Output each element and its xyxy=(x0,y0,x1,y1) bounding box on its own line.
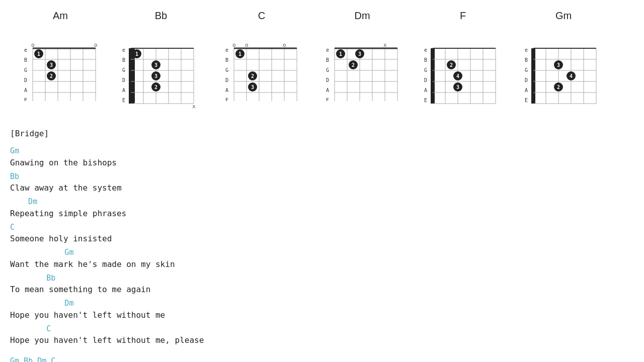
chord-dm-1: Dm xyxy=(10,196,634,208)
lyric-block-5: Gm Want the mark he's made on my skin xyxy=(10,247,634,270)
svg-text:e: e xyxy=(122,47,125,53)
svg-text:3: 3 xyxy=(456,84,459,90)
chord-dm: Dm e B G D A E xyxy=(312,10,413,109)
lyric-block-1: Gm Gnawing on the bishops xyxy=(10,145,634,169)
svg-text:D: D xyxy=(525,77,528,83)
section-label: [Bridge] xyxy=(10,129,634,138)
svg-text:A: A xyxy=(24,87,27,93)
svg-text:3: 3 xyxy=(557,62,560,68)
chord-gm-2: Gm xyxy=(10,247,634,258)
chord-bb-diagram: e B G D A E xyxy=(118,26,204,109)
svg-text:G: G xyxy=(424,67,427,73)
svg-text:B: B xyxy=(424,57,427,63)
chord-c-1: C xyxy=(10,222,634,233)
chord-c: C e B G D A E xyxy=(211,10,312,109)
svg-text:3: 3 xyxy=(50,62,53,68)
svg-text:e: e xyxy=(24,47,27,53)
chord-c-diagram: e B G D A E o xyxy=(221,26,302,101)
svg-text:A: A xyxy=(122,87,125,93)
svg-text:B: B xyxy=(24,57,27,63)
chord-f-diagram: e B G D A E xyxy=(420,26,506,109)
chord-c-name: C xyxy=(258,10,265,22)
svg-text:2: 2 xyxy=(450,62,453,68)
lyric-hope2: Hope you haven't left without me, please xyxy=(10,334,634,346)
svg-text:D: D xyxy=(24,77,27,83)
svg-text:G: G xyxy=(525,67,528,73)
svg-text:o: o xyxy=(283,42,286,48)
svg-text:3 fr: 3 fr xyxy=(536,108,550,109)
svg-text:A: A xyxy=(424,87,427,93)
svg-text:2: 2 xyxy=(50,73,53,79)
svg-text:1: 1 xyxy=(37,51,40,57)
svg-text:G: G xyxy=(225,67,228,73)
svg-text:3: 3 xyxy=(154,73,157,79)
chord-am: Am e B G D A E xyxy=(10,10,111,109)
svg-text:o: o xyxy=(94,42,98,48)
svg-text:2: 2 xyxy=(352,62,355,68)
lyric-block-2: Bb Claw away at the system xyxy=(10,171,634,195)
svg-text:G: G xyxy=(24,67,27,73)
svg-text:1 fr: 1 fr xyxy=(435,108,450,109)
svg-text:e: e xyxy=(424,47,427,53)
svg-text:o: o xyxy=(31,42,35,48)
svg-text:G: G xyxy=(122,67,125,73)
svg-text:D: D xyxy=(424,77,427,83)
svg-text:1 fr: 1 fr xyxy=(133,108,148,109)
svg-text:A: A xyxy=(225,87,228,93)
svg-text:3: 3 xyxy=(358,51,361,57)
svg-text:3: 3 xyxy=(154,62,157,68)
main-container: Am e B G D A E xyxy=(10,5,634,362)
chord-gm: Gm e B G D A E xyxy=(513,10,614,109)
svg-text:e: e xyxy=(225,47,228,53)
chord-c-2: C xyxy=(10,323,634,335)
svg-text:1: 1 xyxy=(339,51,342,57)
svg-text:4: 4 xyxy=(456,73,459,79)
chord-am-name: Am xyxy=(53,10,68,22)
lyric-someone: Someone holy insisted xyxy=(10,233,634,245)
chord-f-name: F xyxy=(460,10,466,22)
lyric-want: Want the mark he's made on my skin xyxy=(10,258,634,270)
svg-text:B: B xyxy=(225,57,228,63)
svg-text:x: x xyxy=(192,103,196,109)
lyric-gnawing: Gnawing on the bishops xyxy=(10,157,634,169)
chord-gm-name: Gm xyxy=(555,10,572,22)
bottom-chords: Gm Bb Dm C xyxy=(10,356,634,362)
svg-text:E: E xyxy=(122,98,125,103)
lyric-hope1: Hope you haven't left without me xyxy=(10,309,634,321)
chord-diagrams-row: Am e B G D A E xyxy=(10,5,634,109)
chord-gm-diagram: e B G D A E xyxy=(521,26,606,109)
svg-text:B: B xyxy=(326,57,329,63)
chord-dm-diagram: e B G D A E x xyxy=(322,26,403,101)
lyric-repeating: Repeating simple phrases xyxy=(10,208,634,220)
svg-text:E: E xyxy=(424,98,427,103)
svg-text:E: E xyxy=(326,98,329,101)
svg-text:e: e xyxy=(326,47,329,53)
svg-text:E: E xyxy=(24,98,27,101)
lyric-tomean: To mean something to me again xyxy=(10,284,634,296)
lyric-block-4: C Someone holy insisted xyxy=(10,222,634,245)
lyric-block-8: C Hope you haven't left without me, plea… xyxy=(10,323,634,347)
svg-text:1: 1 xyxy=(135,51,138,57)
lyric-claw: Claw away at the system xyxy=(10,182,634,194)
svg-text:G: G xyxy=(326,67,329,73)
svg-text:D: D xyxy=(225,77,228,83)
svg-text:1: 1 xyxy=(238,51,242,57)
lyric-block-7: Dm Hope you haven't left without me xyxy=(10,298,634,321)
svg-text:E: E xyxy=(225,98,228,101)
lyric-block-6: Bb To mean something to me again xyxy=(10,273,634,296)
svg-text:2: 2 xyxy=(154,84,157,90)
svg-text:B: B xyxy=(525,57,528,63)
svg-text:e: e xyxy=(525,47,528,53)
svg-text:o: o xyxy=(232,42,236,48)
svg-text:D: D xyxy=(122,77,125,83)
svg-text:2: 2 xyxy=(251,73,254,79)
svg-text:4: 4 xyxy=(570,73,573,79)
lyric-block-3: Dm Repeating simple phrases xyxy=(10,196,634,220)
chord-f: F e B G D A E xyxy=(413,10,513,109)
svg-text:x: x xyxy=(383,42,387,48)
chord-bb-1: Bb xyxy=(10,171,634,183)
svg-text:o: o xyxy=(245,42,249,48)
svg-text:D: D xyxy=(326,77,329,83)
chord-am-diagram: e B G D A E xyxy=(20,26,101,101)
chord-bb-2: Bb xyxy=(10,273,634,284)
